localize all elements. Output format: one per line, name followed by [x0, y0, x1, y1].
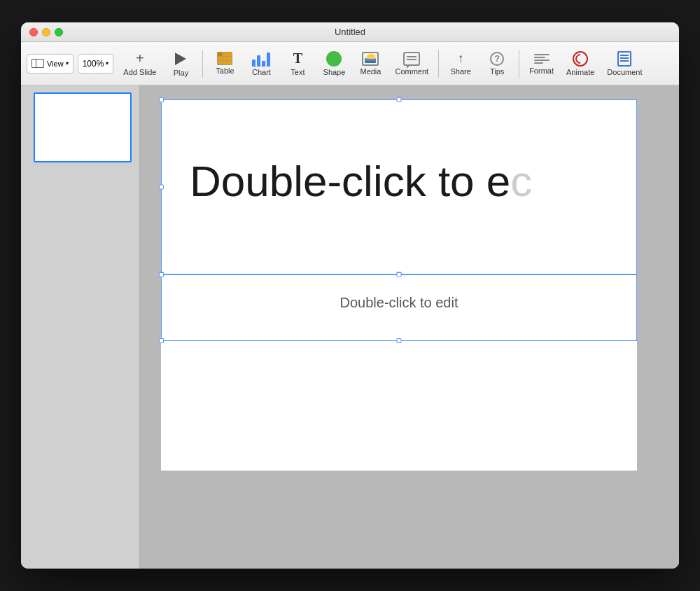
minimize-button[interactable]	[42, 28, 50, 36]
comment-icon	[403, 52, 420, 66]
shape-icon	[326, 51, 342, 67]
title-overflow-indicator: c	[510, 157, 532, 205]
table-label: Table	[216, 67, 234, 75]
media-label: Media	[360, 67, 381, 76]
subtitle-handle-bottom-left[interactable]	[159, 338, 164, 343]
handle-top-left[interactable]	[159, 97, 164, 102]
title-textbox[interactable]: Double-click to ec	[161, 99, 637, 274]
subtitle-textbox[interactable]: Double-click to edit	[161, 274, 637, 341]
text-label: Text	[290, 68, 304, 76]
share-icon: ↑	[458, 51, 464, 66]
add-slide-icon: +	[136, 50, 144, 67]
zoom-label: 100%	[83, 59, 104, 69]
subtitle-handle-top-left[interactable]	[159, 272, 164, 277]
tips-button[interactable]: ? Tips	[479, 46, 514, 82]
subtitle-placeholder: Double-click to edit	[340, 295, 458, 310]
slide-thumb-inner	[34, 92, 132, 162]
play-icon	[172, 50, 189, 67]
document-icon	[617, 51, 631, 67]
view-chevron-icon: ▾	[66, 60, 69, 67]
view-icon	[31, 59, 44, 68]
slide-panel[interactable]: 1	[21, 85, 140, 569]
format-icon	[534, 54, 550, 64]
animate-icon	[573, 51, 588, 67]
slide-canvas[interactable]: Double-click to ec Double-click to edit	[161, 99, 637, 471]
comment-label: Comment	[395, 67, 428, 76]
chart-button[interactable]: Chart	[244, 46, 279, 82]
title-placeholder-text[interactable]: Double-click to ec	[162, 100, 636, 206]
subtitle-handle-top-center[interactable]	[397, 272, 402, 277]
window-title: Untitled	[335, 27, 365, 37]
chart-icon	[252, 51, 270, 67]
tips-label: Tips	[490, 67, 504, 76]
table-button[interactable]: Table	[207, 46, 242, 82]
subtitle-handle-bottom-center[interactable]	[397, 338, 402, 343]
zoom-chevron-icon: ▾	[106, 60, 108, 67]
shape-button[interactable]: Shape	[316, 46, 351, 82]
toolbar: View ▾ 100% ▾ + Add Slide Play	[21, 42, 679, 85]
media-button[interactable]: Media	[353, 46, 388, 82]
add-slide-label: Add Slide	[123, 68, 156, 76]
play-button[interactable]: Play	[163, 46, 198, 82]
animate-label: Animate	[566, 68, 594, 76]
format-button[interactable]: Format	[524, 46, 559, 82]
canvas-area[interactable]: Double-click to ec Double-click to edit	[140, 85, 679, 569]
title-bar: Untitled	[21, 22, 679, 42]
text-icon: T	[293, 50, 302, 67]
handle-top-center[interactable]	[397, 97, 402, 102]
zoom-button[interactable]: 100% ▾	[78, 54, 114, 74]
document-label: Document	[607, 68, 642, 76]
text-button[interactable]: T Text	[280, 46, 315, 82]
slide-thumbnail-1[interactable]: 1	[27, 92, 134, 162]
separator-3	[519, 50, 519, 78]
chart-label: Chart	[252, 68, 271, 76]
format-label: Format	[529, 67, 554, 75]
media-icon	[362, 52, 379, 66]
traffic-lights	[29, 28, 63, 36]
subtitle-placeholder-text[interactable]: Double-click to edit	[162, 275, 636, 311]
keynote-window: Untitled View ▾ 100% ▾ + Add Slide	[21, 22, 679, 569]
separator-1	[202, 50, 203, 78]
comment-button[interactable]: Comment	[389, 46, 434, 82]
tips-icon: ?	[490, 52, 504, 66]
shape-label: Shape	[323, 68, 346, 76]
toolbar-left: View ▾ 100% ▾	[27, 54, 113, 74]
main-area: 1 Double-click to ec	[21, 85, 679, 569]
animate-button[interactable]: Animate	[561, 46, 600, 82]
separator-2	[438, 50, 439, 78]
share-label: Share	[450, 67, 470, 76]
view-button[interactable]: View ▾	[27, 54, 74, 74]
document-button[interactable]: Document	[601, 46, 648, 82]
table-icon	[217, 52, 232, 65]
add-slide-button[interactable]: + Add Slide	[118, 46, 162, 82]
share-button[interactable]: ↑ Share	[443, 46, 478, 82]
maximize-button[interactable]	[55, 28, 63, 36]
close-button[interactable]	[29, 28, 38, 36]
play-label: Play	[174, 69, 188, 77]
title-placeholder: Double-click to e	[190, 157, 510, 205]
view-label: View	[47, 60, 64, 68]
handle-middle-left[interactable]	[159, 185, 164, 190]
